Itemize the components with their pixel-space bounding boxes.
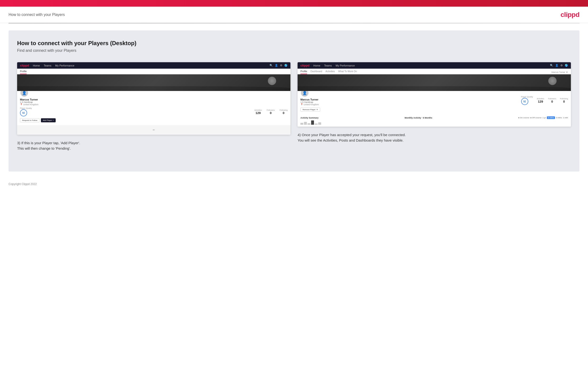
bar-2	[304, 122, 307, 125]
settings-icon-1: ⚙	[280, 64, 282, 67]
mini-logo-1: clippd	[20, 64, 29, 67]
top-bar	[0, 0, 588, 7]
caption-2: 4) Once your Player has accepted your re…	[298, 132, 571, 143]
mini-nav-2: clippd Home Teams My Performance 🔍 👤 ⚙ 🌎	[298, 62, 571, 69]
globe-icon-1: 🌎	[284, 64, 288, 67]
scroll-icon-1: ✒	[153, 128, 155, 132]
mini-nav-teams-1: Teams	[44, 64, 51, 67]
mini-nav-home-2: Home	[313, 64, 320, 67]
header-title: How to connect with your Players	[9, 13, 65, 17]
mini-handicap-2: 1-5 Handicap	[300, 101, 320, 103]
mini-nav-1: clippd Home Teams My Performance 🔍 👤 ⚙ 🌎	[17, 62, 290, 69]
mini-stat-following-1: Following 0	[279, 109, 288, 115]
mini-location-2: 📍 United Kingdom	[300, 103, 320, 106]
page-heading: How to connect with your Players (Deskto…	[17, 40, 571, 47]
mini-location-1: 📍 United Kingdom	[20, 103, 288, 106]
mini-nav-teams-2: Teams	[324, 64, 332, 67]
globe-icon-2: 🌎	[565, 64, 568, 67]
location-icon-2: 📍	[300, 103, 303, 106]
header: How to connect with your Players clippd	[0, 7, 588, 23]
legend-off-course: ■ Off course	[530, 117, 542, 119]
filter-6mths[interactable]: 6 mths	[547, 117, 555, 119]
mini-stat-activities-2: Activities 129	[537, 98, 544, 103]
request-follow-button[interactable]: Request to Follow	[20, 118, 40, 122]
tab-profile-2[interactable]: Profile	[300, 70, 307, 74]
mini-stat-followers-2: Followers 0	[548, 98, 556, 103]
mini-name-1: Marcus Turner	[20, 98, 288, 101]
filter-1yr[interactable]: 1 yr	[543, 117, 546, 119]
caption-1: 3) If this is your Player tap, 'Add Play…	[17, 140, 290, 151]
tabs-left-2: Profile Dashboard Activities What To Wor…	[300, 70, 357, 74]
mini-activity-title: Activity Summary Monthly Activity · 6 Mo…	[300, 117, 568, 119]
footer: Copyright Clippd 2022	[0, 179, 588, 190]
tab-whattoworkon-2[interactable]: What To Work On	[338, 70, 357, 74]
tab-dashboard-2[interactable]: Dashboard	[311, 70, 322, 74]
mini-hero-1	[17, 74, 290, 91]
screenshot-col-1: clippd Home Teams My Performance 🔍 👤 ⚙ 🌎…	[17, 62, 290, 151]
settings-icon-2: ⚙	[560, 64, 563, 67]
mini-nav-icons-1: 🔍 👤 ⚙ 🌎	[269, 64, 288, 67]
mini-app-2: clippd Home Teams My Performance 🔍 👤 ⚙ 🌎…	[298, 62, 571, 127]
mini-nav-myperformance-1: My Performance	[55, 64, 74, 67]
mini-hero-2	[298, 74, 571, 91]
mini-quality-wrap-1: Player Quality 92	[20, 107, 32, 117]
add-player-button[interactable]: Add Player +	[41, 118, 56, 122]
header-divider	[9, 23, 579, 23]
remove-player-button[interactable]: Remove Player ✕	[300, 108, 320, 112]
mini-stat-activities-1: Activities 129	[254, 109, 262, 115]
tabs-right-2: Marcus Turner ▼	[552, 71, 568, 73]
mini-activity-period: Monthly Activity · 6 Months	[405, 117, 432, 119]
footer-text: Copyright Clippd 2022	[9, 183, 37, 186]
close-icon-remove: ✕	[316, 108, 318, 111]
location-icon-1: 📍	[20, 103, 23, 106]
bar-3	[308, 123, 311, 125]
mini-nav-myperformance-2: My Performance	[336, 64, 355, 67]
mini-quality-label-1: Player Quality	[20, 107, 32, 109]
search-icon-1: 🔍	[269, 64, 273, 67]
mini-scroll-area-1: ✒	[17, 125, 290, 135]
mini-stat-following-2: Following 0	[560, 98, 568, 103]
mini-stats-row-1: Player Quality 92 Activities 129 Followe…	[20, 107, 288, 117]
mini-quality-wrap-2: Player Quality 92	[521, 96, 533, 105]
mini-profile-section-1: 👤 Marcus Turner 1-5 Handicap 📍 United Ki…	[17, 91, 290, 125]
filter-3mths[interactable]: 3 mths	[556, 117, 562, 119]
logo: clippd	[561, 11, 579, 18]
mini-activity-summary: Activity Summary Monthly Activity · 6 Mo…	[298, 115, 571, 127]
mini-profile-section-2: 👤 Marcus Turner 1-5 Handicap 📍 United Ki…	[298, 91, 571, 115]
mini-bars	[300, 120, 568, 125]
page-subheading: Find and connect with your Players	[17, 49, 571, 53]
user-icon-1: 👤	[275, 64, 278, 67]
bar-1	[300, 123, 303, 125]
mini-app-1: clippd Home Teams My Performance 🔍 👤 ⚙ 🌎…	[17, 62, 290, 135]
mini-buttons-1: Request to Follow Add Player +	[20, 118, 288, 122]
bar-6	[318, 122, 321, 125]
mini-tab-bar-2: Profile Dashboard Activities What To Wor…	[298, 69, 571, 74]
user-icon-2: 👤	[555, 64, 559, 67]
mini-logo-2: clippd	[300, 64, 310, 67]
bar-5	[315, 124, 318, 125]
tab-activities-2[interactable]: Activities	[325, 70, 335, 74]
legend-on-course: ■ On course	[518, 117, 529, 119]
mini-nav-home-1: Home	[33, 64, 40, 67]
mini-stat-followers-1: Followers 0	[267, 109, 275, 115]
mini-handicap-1: 1-5 Handicap	[20, 101, 288, 103]
main-content: How to connect with your Players (Deskto…	[9, 30, 579, 172]
mini-stat-group-1: Activities 129 Followers 0 Following 0	[254, 109, 288, 115]
mini-name-2: Marcus Turner	[300, 98, 320, 101]
mini-quality-circle-1: 92	[20, 109, 27, 117]
mini-quality-circle-2: 92	[521, 98, 528, 105]
mini-tab-bar-1: Profile	[17, 69, 290, 74]
mini-activity-controls: ■ On course ■ Off course 1 yr 6 mths 3 m…	[518, 117, 568, 119]
screenshots-row: clippd Home Teams My Performance 🔍 👤 ⚙ 🌎…	[17, 62, 571, 151]
mini-quality-label-2: Player Quality	[521, 96, 533, 98]
search-icon-2: 🔍	[550, 64, 553, 67]
screenshot-col-2: clippd Home Teams My Performance 🔍 👤 ⚙ 🌎…	[298, 62, 571, 151]
mini-nav-icons-2: 🔍 👤 ⚙ 🌎	[550, 64, 568, 67]
tab-profile-1[interactable]: Profile	[20, 70, 27, 74]
filter-1mth[interactable]: 1 mth	[563, 117, 568, 119]
bar-4	[311, 120, 314, 125]
